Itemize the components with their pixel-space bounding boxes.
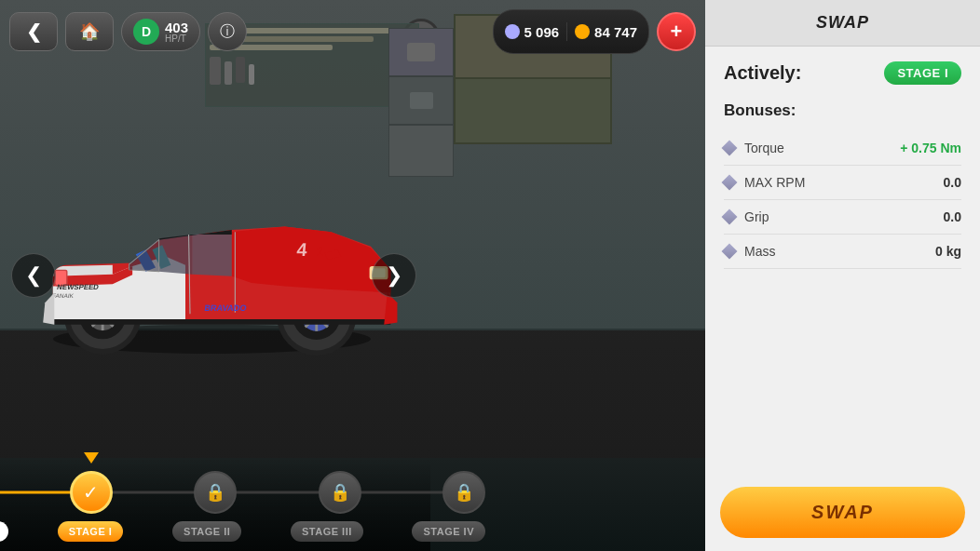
bonuses-label: Bonuses: [724,101,961,120]
mass-value: 0 kg [915,244,961,259]
grade-info: 403 HP/T [165,20,188,44]
left-arrow-icon: ❮ [25,263,42,288]
next-car-button[interactable]: ❯ [372,253,416,298]
swap-title: SWAP [816,13,869,32]
stage-label-stock[interactable]: STOCK [0,521,8,542]
grip-value: 0.0 [915,209,961,224]
swap-button-container: SWAP [705,474,980,551]
actively-row: Actively: STAGE I [724,61,961,85]
stage2-lock-icon: 🔒 [205,482,225,503]
back-button[interactable]: ❮ [9,12,58,51]
stage-node-stage2[interactable]: 🔒 [194,471,237,514]
right-arrow-icon: ❯ [386,263,402,288]
stage-label-stage1[interactable]: STAGE I [58,521,124,542]
add-currency-button[interactable]: + [657,12,696,51]
add-icon: + [671,20,683,44]
stage-label-stage3[interactable]: STAGE III [291,521,363,542]
svg-text:BRAVADO: BRAVADO [204,303,248,313]
stage3-lock-icon: 🔒 [330,482,350,503]
car-scene: NEWSPEED FANAIK BRAVADO 4 1 [0,60,430,458]
top-bar-right: 5 096 84 747 + [493,9,696,54]
bonuses-section: Bonuses: Torque + 0.75 Nm MAX RPM 0.0 Gr… [724,101,961,269]
car-panel: NEWSPEED FANAIK BRAVADO 4 1 [0,0,705,551]
mass-name: Mass [744,244,905,259]
stage-node-1-wrapper: ✓ [70,471,113,514]
gems-row: 5 096 [505,24,560,40]
top-bar: ❮ 🏠 D 403 HP/T ⓘ [9,9,696,54]
stage-selector: ✓ ✓ 🔒 🔒 [0,458,430,551]
stage-node-stage1[interactable]: ✓ [70,471,113,514]
torque-value: + 0.75 Nm [900,141,961,155]
garage-icon: 🏠 [79,21,100,42]
grade-badge: D 403 HP/T [121,12,200,51]
coins-row: 84 747 [575,24,637,40]
torque-diamond-icon [722,141,738,156]
swap-content: Actively: STAGE I Bonuses: Torque + 0.75… [705,47,980,474]
grip-name: Grip [744,209,905,224]
svg-text:NEWSPEED: NEWSPEED [57,283,101,291]
info-button[interactable]: ⓘ [208,12,247,51]
currency-bar: 5 096 84 747 [493,9,649,54]
top-bar-left: ❮ 🏠 D 403 HP/T ⓘ [9,12,247,51]
main-container: NEWSPEED FANAIK BRAVADO 4 1 [0,0,980,551]
mass-diamond-icon [722,244,738,260]
maxrpm-value: 0.0 [915,175,961,190]
maxrpm-diamond-icon [722,175,738,191]
stage-label-stage4[interactable]: STAGE IV [412,521,485,542]
grade-hp-label: HP/T [165,34,188,44]
stage-node-stage3[interactable]: 🔒 [319,471,361,514]
coin-icon [575,24,590,39]
stage-label-stage2[interactable]: STAGE II [172,521,241,542]
grade-letter: D [142,24,151,39]
svg-text:4: 4 [296,239,308,260]
info-icon: ⓘ [220,22,235,42]
actively-label: Actively: [724,62,801,84]
stage-arrow-indicator [84,452,99,464]
torque-name: Torque [744,141,891,155]
stage4-lock-icon: 🔒 [454,482,474,503]
coins-amount: 84 747 [594,24,637,40]
grip-diamond-icon [722,209,738,225]
bonus-row-grip: Grip 0.0 [724,200,961,235]
maxrpm-name: MAX RPM [744,175,905,190]
gem-icon [505,24,520,39]
grade-hp: 403 [165,20,188,34]
bonus-row-maxrpm: MAX RPM 0.0 [724,166,961,200]
bonus-row-mass: Mass 0 kg [724,235,961,269]
swap-button[interactable]: SWAP [720,487,965,538]
swap-header: SWAP [705,0,980,47]
stage-progress-bar: ✓ ✓ 🔒 🔒 [0,471,485,514]
gems-amount: 5 096 [524,24,560,40]
right-panel: SWAP Actively: STAGE I Bonuses: Torque +… [705,0,980,551]
svg-text:1: 1 [316,244,324,259]
svg-text:FANAIK: FANAIK [52,291,75,298]
grade-circle: D [133,19,159,45]
active-stage-badge: STAGE I [884,61,961,85]
back-icon: ❮ [26,20,42,43]
stage-labels: STOCK STAGE I STAGE II STAGE III STAGE I… [0,521,485,542]
bonus-row-torque: Torque + 0.75 Nm [724,131,961,166]
garage-button[interactable]: 🏠 [65,12,114,51]
stage-node-stage4[interactable]: 🔒 [442,471,485,514]
currency-divider [566,22,567,41]
prev-car-button[interactable]: ❮ [11,253,56,298]
stage1-checkmark: ✓ [83,481,99,504]
